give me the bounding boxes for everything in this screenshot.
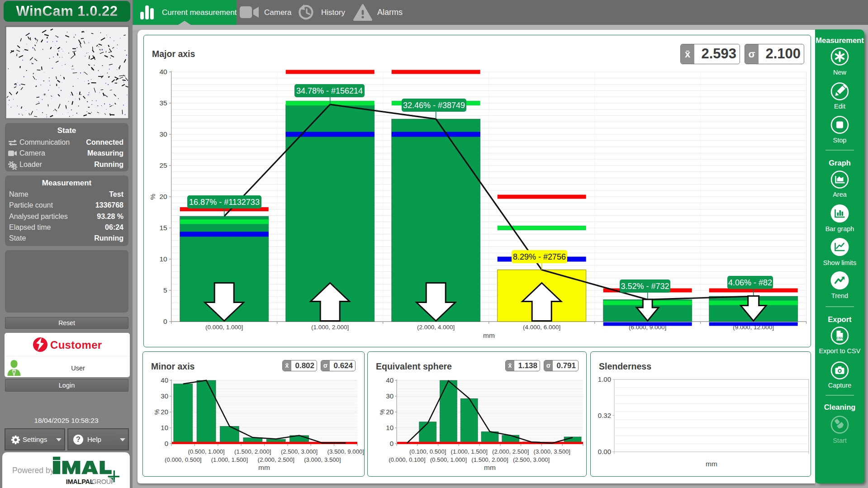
svg-text:35: 35 [159,99,167,107]
svg-text:Export: Export [828,315,852,323]
svg-text:Measurement: Measurement [816,36,864,44]
svg-text:10: 10 [386,424,394,431]
svg-text:0.00: 0.00 [598,448,611,455]
svg-text:Capture: Capture [828,382,852,389]
svg-text:1.00: 1.00 [598,375,611,383]
svg-text:Graph: Graph [829,159,851,167]
svg-text:(2.000, 2.500]: (2.000, 2.500] [492,448,529,455]
svg-text:mm: mm [483,332,495,339]
svg-text:(0.000, 0.100]: (0.000, 0.100] [389,456,425,463]
svg-text:(0.000, 0.500]: (0.000, 0.500] [165,456,201,463]
svg-text:(2.000, 2.500]: (2.000, 2.500] [258,456,294,463]
svg-text:10: 10 [161,424,168,431]
svg-text:%: % [379,409,386,415]
svg-text:(2.500, 3.000]: (2.500, 3.000] [513,456,550,463]
svg-text:(3.000, 3.500]: (3.000, 3.500] [534,448,570,455]
svg-text:20: 20 [161,408,168,416]
svg-text:30: 30 [159,130,167,138]
svg-text:0: 0 [163,317,167,325]
svg-text:32.46% - #38749: 32.46% - #38749 [403,101,465,110]
svg-text:(2.000, 4.000]: (2.000, 4.000] [417,324,455,331]
svg-text:Show limits: Show limits [823,259,856,266]
svg-text:(1.500, 2.000]: (1.500, 2.000] [234,448,271,455]
svg-text:0: 0 [390,440,394,447]
svg-text:Stop: Stop [833,137,847,144]
svg-text:(3.500, 9.000]: (3.500, 9.000] [327,448,364,455]
svg-text:(0.500, 1.000]: (0.500, 1.000] [430,456,467,463]
svg-text:(1.000, 2.000]: (1.000, 2.000] [311,324,349,331]
svg-text:20: 20 [386,408,394,416]
svg-text:40: 40 [161,376,168,384]
svg-text:Edit: Edit [834,103,845,110]
svg-text:mm: mm [484,464,496,471]
svg-text:(1.000, 1.500]: (1.000, 1.500] [451,448,488,455]
svg-text:CSV: CSV [836,336,843,340]
svg-text:Area: Area [833,191,847,198]
svg-text:5: 5 [163,286,167,294]
svg-text:0.32: 0.32 [598,412,611,419]
svg-text:8.29% - #2756: 8.29% - #2756 [513,252,566,261]
svg-text:20: 20 [159,193,167,200]
svg-text:(1.500, 2.000]: (1.500, 2.000] [471,456,508,463]
svg-text:GROUP: GROUP [91,478,115,485]
svg-text:Bar graph: Bar graph [825,225,854,232]
svg-text:New: New [833,69,847,76]
svg-text:25: 25 [159,161,167,169]
svg-text:40: 40 [159,68,167,76]
svg-text:30: 30 [161,392,168,400]
svg-text:(0.500, 1.000]: (0.500, 1.000] [188,448,224,455]
svg-text:Start: Start [833,437,847,444]
svg-text:34.78% - #156214: 34.78% - #156214 [296,86,363,95]
svg-text:(4.000, 6.000]: (4.000, 6.000] [523,324,560,331]
svg-text:mm: mm [706,460,717,468]
svg-text:15: 15 [159,224,167,232]
svg-text:10: 10 [159,255,167,263]
svg-text:%: % [149,194,157,199]
svg-text:(2.500, 3.000]: (2.500, 3.000] [281,448,318,455]
svg-text:Trend: Trend [831,292,848,299]
svg-text:3.52% - #732: 3.52% - #732 [621,282,669,291]
svg-text:30: 30 [386,392,394,400]
svg-text:(0.100, 0.500]: (0.100, 0.500] [409,448,446,455]
svg-text:(1.000, 1.500]: (1.000, 1.500] [211,456,248,463]
svg-text:0: 0 [165,440,168,447]
svg-text:(0.000, 1.000]: (0.000, 1.000] [205,324,243,331]
svg-text:Cleaning: Cleaning [824,403,856,411]
svg-text:(3.000, 3.500]: (3.000, 3.500] [304,456,341,463]
svg-text:Export to CSV: Export to CSV [819,347,861,355]
svg-text:IMALPAL: IMALPAL [66,478,94,485]
svg-text:16.87% - #1132733: 16.87% - #1132733 [189,198,260,207]
svg-text:mm: mm [258,464,270,471]
svg-text:%: % [153,409,161,415]
svg-text:40: 40 [386,376,394,384]
svg-text:4.06% - #82: 4.06% - #82 [728,278,772,287]
